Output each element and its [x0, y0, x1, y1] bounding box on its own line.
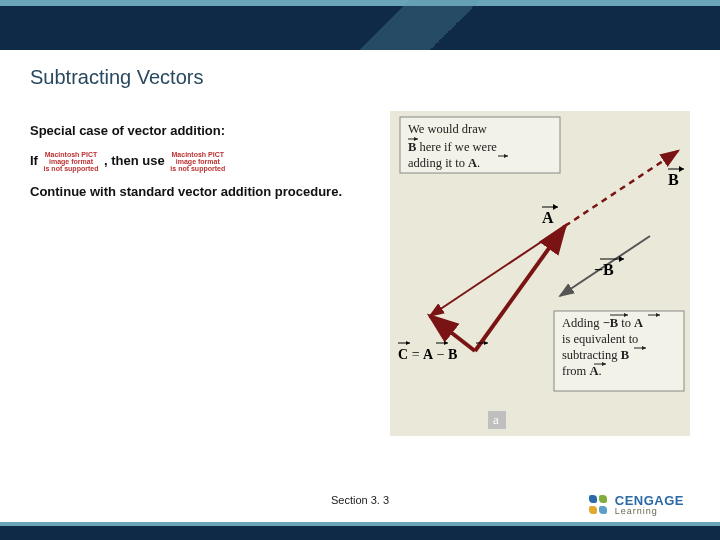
missing-pict-icon: Macintosh PICT image format is not suppo… [42, 151, 101, 172]
then-use: , then use [104, 153, 165, 168]
figure-column: We would draw B here if we were adding i… [390, 111, 690, 440]
svg-text:subtracting B: subtracting B [562, 348, 629, 362]
sublabel-a: a [488, 411, 506, 429]
pict-l3: is not supported [44, 165, 99, 172]
pict-l1: Macintosh PICT [172, 151, 225, 158]
pict-l1: Macintosh PICT [45, 151, 98, 158]
brand-sub: Learning [615, 507, 684, 516]
svg-text:C = A − B: C = A − B [398, 347, 457, 362]
pict-l3: is not supported [170, 165, 225, 172]
pict-l2: image format [176, 158, 220, 165]
if-word: If [30, 153, 38, 168]
pict-l2: image format [49, 158, 93, 165]
text-column: Special case of vector addition: If Maci… [30, 111, 380, 440]
callout-bottom: Adding −B to A is equivalent to subtract… [554, 311, 684, 391]
slide-title: Subtracting Vectors [0, 50, 720, 101]
svg-text:−B: −B [594, 261, 614, 278]
svg-text:from A.: from A. [562, 364, 602, 378]
brand: CENGAGE Learning [589, 494, 684, 516]
continue-line: Continue with standard vector addition p… [30, 182, 380, 202]
svg-text:a: a [493, 412, 499, 427]
svg-text:Adding −B to A: Adding −B to A [562, 316, 643, 330]
intro-line: Special case of vector addition: [30, 121, 380, 141]
svg-text:B: B [668, 171, 679, 188]
footer-bar [0, 526, 720, 540]
brand-logo-icon [589, 495, 609, 515]
header-band [0, 0, 720, 50]
missing-pict-icon: Macintosh PICT image format is not suppo… [168, 151, 227, 172]
c1-l1: We would draw [408, 122, 487, 136]
if-then-line: If Macintosh PICT image format is not su… [30, 151, 380, 172]
content-area: Special case of vector addition: If Maci… [0, 101, 720, 440]
svg-text:B here if we were: B here if we were [408, 140, 497, 154]
svg-text:adding it to A.: adding it to A. [408, 156, 480, 170]
callout-top: We would draw B here if we were adding i… [400, 117, 560, 173]
svg-text:is equivalent to: is equivalent to [562, 332, 638, 346]
footer: CENGAGE Learning [0, 510, 720, 540]
brand-text: CENGAGE Learning [615, 494, 684, 516]
svg-text:A: A [542, 209, 554, 226]
vector-figure: We would draw B here if we were adding i… [390, 111, 690, 436]
